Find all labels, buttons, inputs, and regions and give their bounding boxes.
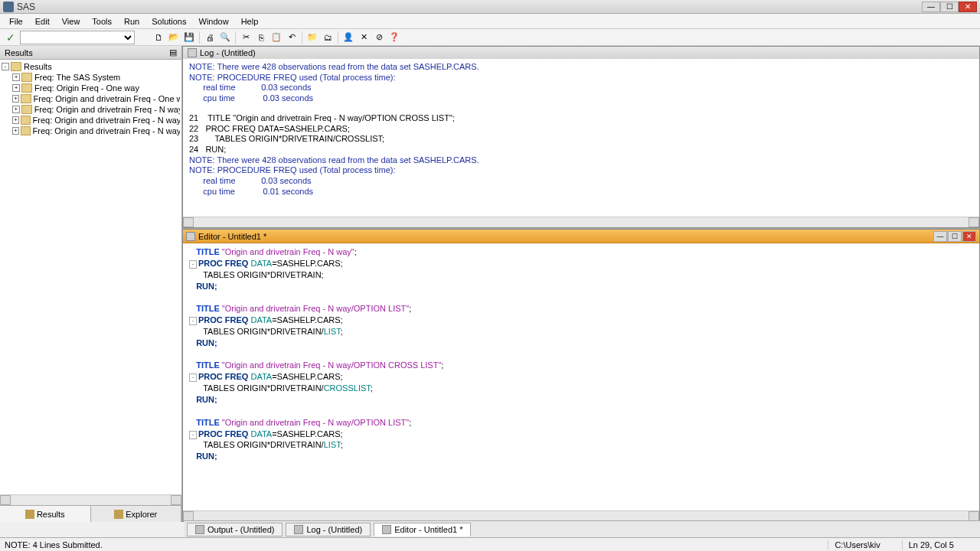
undo-button[interactable]: ↶ xyxy=(285,31,299,44)
save-button[interactable]: 💾 xyxy=(182,31,196,44)
tree-collapse-icon[interactable]: - xyxy=(2,63,9,70)
explorer-icon xyxy=(114,510,123,519)
log-content[interactable]: NOTE: There were 428 observations read f… xyxy=(183,59,979,217)
tree-item[interactable]: +Freq: Origin and drivetrain Freq - N wa… xyxy=(12,115,180,126)
tab-editor[interactable]: Editor - Untitled1 * xyxy=(374,523,471,536)
tab-explorer[interactable]: Explorer xyxy=(91,506,182,522)
menu-window[interactable]: Window xyxy=(193,15,235,28)
editor-tab-icon xyxy=(382,525,391,534)
tree-item[interactable]: +Freq: Origin and drivetrain Freq - N wa… xyxy=(12,104,180,115)
sidebar-header: Results ▤ xyxy=(0,46,181,60)
library-button[interactable]: 🗂 xyxy=(321,31,335,44)
log-panel: Log - (Untitled) NOTE: There were 428 ob… xyxy=(182,46,980,228)
toolbar: ✓ 🗋 📂 💾 🖨 🔍 ✂ ⎘ 📋 ↶ 📁 🗂 👤 ✕ ⊘ ❓ xyxy=(0,29,980,46)
scroll-left-icon[interactable] xyxy=(0,495,11,505)
help-button[interactable]: ❓ xyxy=(387,31,401,44)
editor-icon xyxy=(186,232,195,241)
tab-results[interactable]: Results xyxy=(0,506,91,522)
tree-expand-icon[interactable]: + xyxy=(12,84,20,92)
window-controls: — ☐ ✕ xyxy=(922,2,977,12)
window-title: SAS xyxy=(17,2,922,12)
menu-run[interactable]: Run xyxy=(118,15,145,28)
tree-expand-icon[interactable]: + xyxy=(12,116,19,124)
log-title: Log - (Untitled) xyxy=(200,48,256,57)
cut-button[interactable]: ✂ xyxy=(239,31,253,44)
editor-hscroll[interactable] xyxy=(183,510,979,521)
tree-item[interactable]: +Freq: Origin Freq - One way xyxy=(12,83,180,93)
folder-icon xyxy=(21,126,31,135)
menu-help[interactable]: Help xyxy=(235,15,265,28)
results-sidebar: Results ▤ - Results +Freq: The SAS Syste… xyxy=(0,46,182,522)
new-button[interactable]: 🗋 xyxy=(152,31,165,44)
folder-icon xyxy=(21,83,32,93)
tree-item[interactable]: +Freq: Origin and drivetrain Freq - N wa… xyxy=(12,126,180,136)
log-tab-icon xyxy=(294,525,303,534)
content-area: Log - (Untitled) NOTE: There were 428 ob… xyxy=(182,46,980,522)
results-tree[interactable]: - Results +Freq: The SAS System+Freq: Or… xyxy=(0,60,181,494)
tree-item[interactable]: +Freq: Origin and drivetrain Freq - One … xyxy=(12,93,180,104)
menu-file[interactable]: File xyxy=(3,15,29,28)
app-icon xyxy=(3,2,14,12)
print-button[interactable]: 🖨 xyxy=(203,31,217,44)
sidebar-toggle-icon[interactable]: ▤ xyxy=(169,47,177,57)
tree-label: Freq: Origin and drivetrain Freq - N way xyxy=(34,105,180,114)
tree-label: Freq: The SAS System xyxy=(34,73,120,82)
tree-label: Freq: Origin Freq - One way xyxy=(34,83,139,93)
copy-button[interactable]: ⎘ xyxy=(254,31,268,44)
preview-button[interactable]: 🔍 xyxy=(218,31,232,44)
folder-icon xyxy=(21,94,31,103)
editor-minimize-button[interactable]: — xyxy=(933,231,947,242)
editor-panel: Editor - Untitled1 * — ☐ ✕ TITLE "Origin… xyxy=(182,229,980,522)
menu-view[interactable]: View xyxy=(56,15,87,28)
tab-output[interactable]: Output - (Untitled) xyxy=(187,523,283,536)
tree-item[interactable]: +Freq: The SAS System xyxy=(12,72,180,83)
status-message: NOTE: 4 Lines Submitted. xyxy=(5,540,828,549)
tree-expand-icon[interactable]: + xyxy=(12,95,19,103)
log-hscroll[interactable] xyxy=(183,217,979,227)
folder-icon xyxy=(21,116,31,125)
open-button[interactable]: 📂 xyxy=(167,31,181,44)
log-header[interactable]: Log - (Untitled) xyxy=(183,47,979,59)
scroll-left-icon[interactable] xyxy=(183,217,194,227)
sidebar-title: Results xyxy=(5,48,33,57)
tree-expand-icon[interactable]: + xyxy=(12,106,20,113)
log-icon xyxy=(188,48,197,57)
status-path: C:\Users\kiv xyxy=(828,540,886,549)
command-combo[interactable] xyxy=(20,31,135,44)
paste-button[interactable]: 📋 xyxy=(270,31,283,44)
editor-maximize-button[interactable]: ☐ xyxy=(948,231,962,242)
output-icon xyxy=(195,525,204,534)
break-button[interactable]: ⊘ xyxy=(372,31,386,44)
status-position: Ln 29, Col 5 xyxy=(902,540,960,549)
main-area: Results ▤ - Results +Freq: The SAS Syste… xyxy=(0,46,980,522)
tree-expand-icon[interactable]: + xyxy=(12,127,19,135)
menu-tools[interactable]: Tools xyxy=(86,15,118,28)
minimize-button[interactable]: — xyxy=(922,2,940,12)
titlebar: SAS — ☐ ✕ xyxy=(0,0,980,14)
editor-header[interactable]: Editor - Untitled1 * — ☐ ✕ xyxy=(183,230,979,243)
explorer-button[interactable]: 📁 xyxy=(305,31,319,44)
menubar: File Edit View Tools Run Solutions Windo… xyxy=(0,14,980,29)
menu-edit[interactable]: Edit xyxy=(29,15,56,28)
tree-label: Freq: Origin and drivetrain Freq - N way… xyxy=(33,126,180,135)
statusbar: NOTE: 4 Lines Submitted. C:\Users\kiv Ln… xyxy=(0,537,980,551)
tab-log[interactable]: Log - (Untitled) xyxy=(286,523,371,536)
tree-expand-icon[interactable]: + xyxy=(12,73,20,81)
close-button[interactable]: ✕ xyxy=(959,2,977,12)
scroll-right-icon[interactable] xyxy=(171,495,181,505)
results-icon xyxy=(25,510,34,519)
tree-label: Freq: Origin and drivetrain Freq - N way… xyxy=(33,116,180,125)
submit-button[interactable]: 👤 xyxy=(341,31,355,44)
folder-icon xyxy=(11,62,21,71)
check-icon[interactable]: ✓ xyxy=(3,31,18,44)
tree-root[interactable]: - Results xyxy=(2,61,180,72)
menu-solutions[interactable]: Solutions xyxy=(145,15,192,28)
editor-close-button[interactable]: ✕ xyxy=(962,231,976,242)
scroll-right-icon[interactable] xyxy=(969,217,979,227)
sidebar-hscroll[interactable] xyxy=(0,494,181,505)
maximize-button[interactable]: ☐ xyxy=(940,2,959,12)
clear-button[interactable]: ✕ xyxy=(357,31,371,44)
editor-title: Editor - Untitled1 * xyxy=(198,232,266,241)
tree-label: Freq: Origin and drivetrain Freq - One w… xyxy=(34,94,180,103)
editor-content[interactable]: TITLE "Origin and drivetrain Freq - N wa… xyxy=(183,243,979,510)
